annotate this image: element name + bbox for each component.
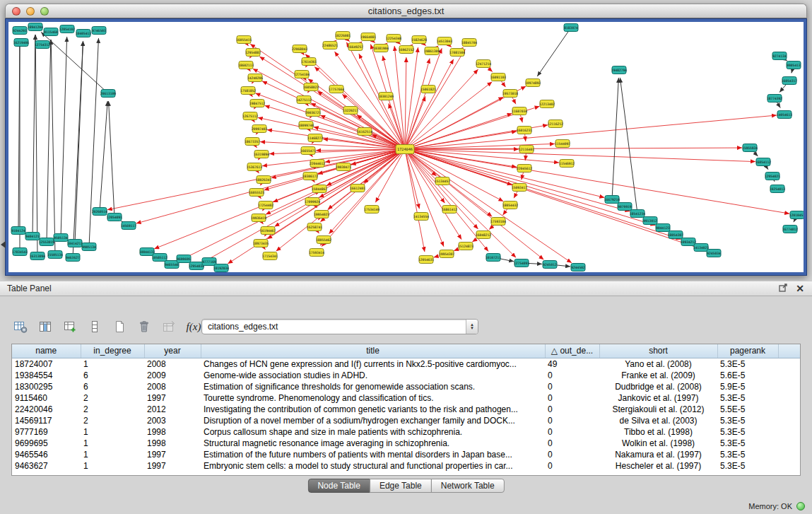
cell-title[interactable]: Embryonic stem cells: a model to study s… <box>201 460 545 472</box>
graph-node[interactable]: 10107211 <box>486 254 501 262</box>
graph-node[interactable]: 10585112 <box>152 254 167 262</box>
cell-short[interactable]: Dudbridge et al. (2008) <box>599 381 717 392</box>
graph-node[interactable]: 16313094 <box>30 252 45 260</box>
cell-short[interactable]: de Silva et al. (2003) <box>599 415 717 426</box>
graph-node[interactable]: 12254348 <box>386 35 401 42</box>
graph-node[interactable]: 16162514 <box>357 128 372 136</box>
graph-node[interactable]: 16055415 <box>236 36 252 44</box>
cell-short[interactable]: Tibbo et al. (1998) <box>599 426 717 438</box>
cell-short[interactable]: Franke et al. (2009) <box>599 370 717 381</box>
delete-icon[interactable] <box>135 317 153 336</box>
cell-pagerank[interactable]: 5.3E-5 <box>717 415 778 426</box>
cell-short[interactable]: Wolkin et al. (1998) <box>599 438 717 449</box>
graph-node[interactable]: 18306172 <box>302 173 318 180</box>
graph-node[interactable]: 17757664 <box>329 86 344 93</box>
graph-node[interactable]: 17081504 <box>449 49 465 57</box>
cell-title[interactable]: Tourette syndrome. Phenomenology and cla… <box>201 392 545 404</box>
graph-node[interactable]: 15093417 <box>512 184 527 192</box>
graph-node[interactable]: 9044123 <box>656 224 670 232</box>
graph-node[interactable]: 10974893 <box>525 79 541 87</box>
graph-edge[interactable] <box>405 148 742 149</box>
cell-year[interactable]: 2008 <box>144 358 201 370</box>
graph-node[interactable]: 9079919 <box>618 203 632 211</box>
column-header-year[interactable]: year <box>144 344 201 358</box>
cell-pagerank[interactable]: 5.3E-5 <box>717 438 778 449</box>
table-selector-dropdown[interactable]: citations_edges.txt ▲▼ <box>201 319 478 334</box>
cell-short[interactable]: Nakamura et al. (1997) <box>599 449 717 460</box>
graph-edge[interactable] <box>274 149 405 226</box>
graph-node[interactable]: 19861309 <box>424 47 440 55</box>
graph-edge[interactable] <box>405 149 655 226</box>
graph-node[interactable]: 20260514 <box>92 208 107 216</box>
graph-node[interactable]: 12010453 <box>789 211 804 219</box>
graph-node[interactable]: 12054102 <box>59 25 75 33</box>
cell-title[interactable]: Disruption of a novel member of a sodium… <box>201 415 545 426</box>
graph-edge[interactable] <box>100 101 107 211</box>
graph-node[interactable]: 19936419 <box>251 214 266 222</box>
tab-edge-table[interactable]: Edge Table <box>370 479 432 493</box>
graph-node[interactable]: 15134457 <box>435 177 450 185</box>
cell-in_degree[interactable]: 1 <box>81 358 144 370</box>
graph-node[interactable]: 18941204 <box>28 23 43 31</box>
cell-pagerank[interactable]: 5.3E-5 <box>717 392 778 404</box>
graph-node[interactable]: 20036721 <box>305 109 321 117</box>
graph-node[interactable]: 19954307 <box>439 250 454 258</box>
graph-edge[interactable] <box>537 28 571 76</box>
cell-pagerank[interactable]: 5.6E-5 <box>717 370 778 381</box>
collapse-panel-arrow[interactable] <box>1 241 6 248</box>
cell-title[interactable]: Estimation of the future numbers of pati… <box>201 449 545 460</box>
cell-year[interactable]: 2003 <box>144 415 201 426</box>
graph-edge[interactable] <box>405 149 604 197</box>
cell-title[interactable]: Structural magnetic resonance image aver… <box>201 438 545 449</box>
graph-node[interactable]: 22486521 <box>322 42 338 49</box>
graph-node[interactable]: 20613109 <box>100 90 116 98</box>
cell-year[interactable]: 2009 <box>144 370 201 381</box>
graph-node[interactable]: 10254013 <box>770 185 785 193</box>
cell-in_degree[interactable]: 1 <box>81 426 144 438</box>
graph-node[interactable]: 10192034 <box>213 264 229 272</box>
graph-node[interactable]: 15505134 <box>47 251 63 259</box>
table-row[interactable]: 977716911998Corpus callosum shape and si… <box>12 426 801 438</box>
graph-node[interactable]: 22044612 <box>310 160 325 168</box>
cell-pagerank[interactable]: 5.3E-5 <box>717 460 778 472</box>
table-row[interactable]: 1938455462009Genome-wide association stu… <box>12 370 801 381</box>
cell-name[interactable]: 9463627 <box>12 460 81 472</box>
cell-out_degree[interactable]: 0 <box>545 370 599 381</box>
cell-name[interactable]: 9465546 <box>12 449 81 460</box>
cell-name[interactable]: 18300295 <box>12 381 81 392</box>
graph-node[interactable]: 11468273 <box>307 134 323 142</box>
cell-title[interactable]: Investigating the contribution of common… <box>201 404 545 415</box>
graph-node[interactable]: 12213402 <box>539 100 555 108</box>
import-table-icon[interactable] <box>160 317 178 336</box>
graph-node[interactable]: 18099748 <box>298 122 314 129</box>
cell-pagerank[interactable]: 5.3E-5 <box>717 449 778 460</box>
cell-year[interactable]: 1998 <box>144 426 201 438</box>
graph-node[interactable]: 16219406 <box>13 39 29 47</box>
graph-node[interactable]: 18055462 <box>316 236 331 244</box>
graph-node[interactable]: 12754091 <box>514 259 529 267</box>
graph-edge[interactable] <box>346 42 405 149</box>
cell-in_degree[interactable]: 1 <box>81 438 144 449</box>
graph-node[interactable]: 17593104 <box>490 218 506 226</box>
graph-node[interactable]: 15367613 <box>247 163 262 171</box>
table-row[interactable]: 969969511998Structural magnetic resonanc… <box>12 438 801 449</box>
graph-node[interactable]: 14275112 <box>296 96 312 104</box>
graph-edge[interactable] <box>73 41 83 257</box>
graph-node[interactable]: 18054307 <box>668 231 683 239</box>
graph-node[interactable]: 10405413 <box>76 30 91 37</box>
cell-in_degree[interactable]: 1 <box>81 449 144 460</box>
cell-title[interactable]: Corpus callosum shape and size in male p… <box>201 426 545 438</box>
graph-node[interactable]: 12116401 <box>519 146 534 153</box>
cell-title[interactable]: Changes of HCN gene expression and I(f) … <box>201 358 545 370</box>
graph-node[interactable]: 9244203 <box>13 27 27 35</box>
table-row[interactable]: 1830029562008Estimation of significance … <box>12 381 801 392</box>
cell-out_degree[interactable]: 0 <box>545 438 599 449</box>
close-window-button[interactable] <box>12 7 20 16</box>
cell-pagerank[interactable]: 5.3E-5 <box>717 426 778 438</box>
graph-node[interactable]: 14240206 <box>247 74 263 82</box>
cell-short[interactable]: Stergiakouli et al. (2012) <box>599 404 717 415</box>
cell-out_degree[interactable]: 0 <box>545 449 599 460</box>
graph-edge[interactable] <box>620 78 637 214</box>
cell-out_degree[interactable]: 0 <box>545 392 599 404</box>
minimize-window-button[interactable] <box>26 7 35 16</box>
